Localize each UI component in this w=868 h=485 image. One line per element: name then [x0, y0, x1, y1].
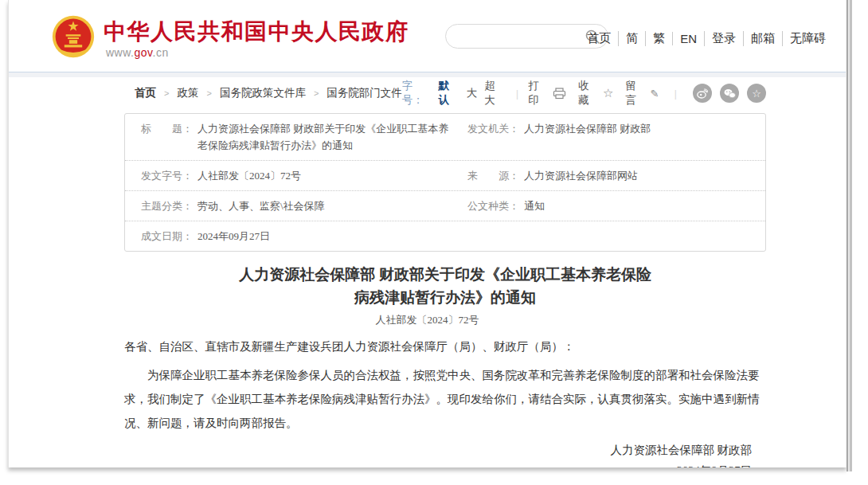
tools-divider: |	[516, 88, 519, 100]
nav-english[interactable]: EN	[672, 32, 704, 45]
meta-doc-type-label: 公文种类：	[467, 198, 519, 214]
signature: 人力资源社会保障部 财政部	[124, 440, 752, 460]
share-buttons: ☆	[693, 84, 766, 103]
wechat-icon	[724, 88, 736, 99]
top-nav: 首页 简 繁 EN 登录 邮箱 无障碍	[580, 31, 833, 46]
nav-login[interactable]: 登录	[704, 31, 743, 46]
share-weibo-button[interactable]	[693, 84, 712, 103]
breadcrumb-policy-library[interactable]: 国务院政策文件库	[198, 86, 305, 100]
document-title: 人力资源社会保障部 财政部关于印发《企业职工基本养老保险 病残津贴暂行办法》的通…	[124, 263, 766, 309]
meta-doc-number-label: 发文字号：	[141, 167, 193, 184]
site-url-highlight: gov	[134, 46, 152, 59]
search-input[interactable]	[457, 25, 581, 47]
signature-block: 人力资源社会保障部 财政部 2024年9月27日	[124, 440, 766, 467]
share-wechat-button[interactable]	[720, 84, 739, 103]
site-title: 中华人民共和国中央人民政府	[104, 17, 409, 47]
site-url-suffix: .cn	[153, 46, 169, 59]
meta-doc-type-value: 通知	[524, 198, 545, 214]
meta-category-label: 主题分类：	[141, 198, 193, 214]
star-circle-icon: ☆	[752, 88, 761, 99]
nav-simplified[interactable]: 简	[618, 31, 645, 46]
document-meta-table: 标 题： 人力资源社会保障部 财政部关于印发《企业职工基本养老保险病残津贴暂行办…	[124, 113, 766, 252]
tools-divider-2: |	[674, 88, 677, 100]
site-url-prefix: www.	[106, 46, 134, 59]
meta-issuing-agency-value: 人力资源社会保障部 财政部	[524, 120, 651, 137]
font-size-large[interactable]: 大	[467, 86, 478, 100]
weibo-icon	[697, 88, 708, 99]
meta-source-value: 人力资源社会保障部网站	[524, 167, 638, 184]
comment-button[interactable]: 留言 ✎	[626, 79, 659, 108]
font-size-label: 字号：	[402, 79, 434, 108]
body-paragraph: 为保障企业职工基本养老保险参保人员的合法权益，按照党中央、国务院改革和完善养老保…	[124, 363, 766, 435]
document-title-line1: 人力资源社会保障部 财政部关于印发《企业职工基本养老保险	[124, 263, 766, 286]
favorite-label: 收藏	[578, 79, 599, 108]
site-url[interactable]: www.gov.cn	[106, 46, 169, 59]
print-button[interactable]: 打印	[528, 79, 566, 108]
header-divider-band	[9, 72, 846, 77]
breadcrumb: 首页 政策 国务院政策文件库 国务院部门文件	[124, 86, 402, 100]
breadcrumb-policy[interactable]: 政策	[156, 86, 198, 100]
meta-category: 主题分类： 劳动、人事、监察\社会保障	[125, 198, 467, 214]
toolbar-row: 首页 政策 国务院政策文件库 国务院部门文件 字号： 默认 大 超大 | 打印	[124, 84, 766, 103]
favorite-button[interactable]: 收藏 ☆	[578, 79, 613, 108]
document-number: 人社部发〔2024〕72号	[9, 313, 846, 327]
meta-row-docnumber: 发文字号： 人社部发〔2024〕72号 来 源： 人力资源社会保障部网站	[125, 160, 765, 190]
meta-issuing-agency: 发文机关： 人力资源社会保障部 财政部	[467, 120, 765, 154]
print-label: 打印	[528, 79, 549, 108]
meta-title-label: 标 题：	[141, 120, 193, 137]
font-size-xlarge[interactable]: 超大	[484, 79, 505, 108]
nav-home[interactable]: 首页	[580, 31, 618, 46]
national-emblem-icon	[51, 14, 96, 60]
nav-mail[interactable]: 邮箱	[743, 31, 782, 46]
printer-icon	[553, 88, 566, 100]
star-icon: ☆	[603, 86, 613, 100]
comment-label: 留言	[626, 79, 647, 108]
document-content: 人力资源社会保障部 财政部关于印发《企业职工基本养老保险 病残津贴暂行办法》的通…	[9, 263, 846, 467]
meta-category-value: 劳动、人事、监察\社会保障	[197, 198, 452, 214]
meta-source: 来 源： 人力资源社会保障部网站	[467, 167, 765, 184]
page-tools: 字号： 默认 大 超大 | 打印 收藏 ☆ 留言	[402, 79, 766, 108]
salutation: 各省、自治区、直辖市及新疆生产建设兵团人力资源社会保障厅（局）、财政厅（局）：	[124, 336, 766, 357]
meta-source-label: 来 源：	[467, 167, 519, 184]
share-favorite-button[interactable]: ☆	[747, 84, 766, 103]
browser-page: 中华人民共和国中央人民政府 www.gov.cn 首页 简 繁 EN 登录 邮箱…	[8, 0, 846, 467]
meta-title: 标 题： 人力资源社会保障部 财政部关于印发《企业职工基本养老保险病残津贴暂行办…	[125, 120, 467, 154]
meta-date-label: 成文日期：	[141, 228, 193, 244]
nav-accessibility[interactable]: 无障碍	[782, 31, 833, 46]
meta-row-category: 主题分类： 劳动、人事、监察\社会保障 公文种类： 通知	[125, 190, 765, 221]
meta-row-date: 成文日期： 2024年09月27日	[125, 221, 765, 251]
document-title-line2: 病残津贴暂行办法》的通知	[124, 286, 766, 309]
site-header: 中华人民共和国中央人民政府 www.gov.cn 首页 简 繁 EN 登录 邮箱…	[9, 0, 846, 72]
meta-doc-number: 发文字号： 人社部发〔2024〕72号	[125, 167, 467, 184]
breadcrumb-department-docs[interactable]: 国务院部门文件	[306, 86, 402, 100]
pencil-icon: ✎	[651, 88, 659, 100]
meta-doc-number-value: 人社部发〔2024〕72号	[197, 167, 452, 184]
meta-date-value: 2024年09月27日	[197, 228, 452, 244]
nav-traditional[interactable]: 繁	[645, 31, 672, 46]
meta-row-title: 标 题： 人力资源社会保障部 财政部关于印发《企业职工基本养老保险病残津贴暂行办…	[125, 114, 765, 160]
document-body: 各省、自治区、直辖市及新疆生产建设兵团人力资源社会保障厅（局）、财政厅（局）： …	[124, 336, 766, 435]
meta-date: 成文日期： 2024年09月27日	[125, 228, 467, 244]
meta-doc-type: 公文种类： 通知	[467, 198, 765, 214]
meta-empty-cell	[467, 228, 765, 244]
scrollbar[interactable]	[846, 0, 852, 471]
signature-date: 2024年9月27日	[124, 460, 752, 467]
breadcrumb-home[interactable]: 首页	[135, 86, 156, 100]
font-size-default[interactable]: 默认	[438, 79, 459, 108]
meta-issuing-agency-label: 发文机关：	[467, 120, 519, 137]
meta-title-value: 人力资源社会保障部 财政部关于印发《企业职工基本养老保险病残津贴暂行办法》的通知	[197, 120, 452, 154]
